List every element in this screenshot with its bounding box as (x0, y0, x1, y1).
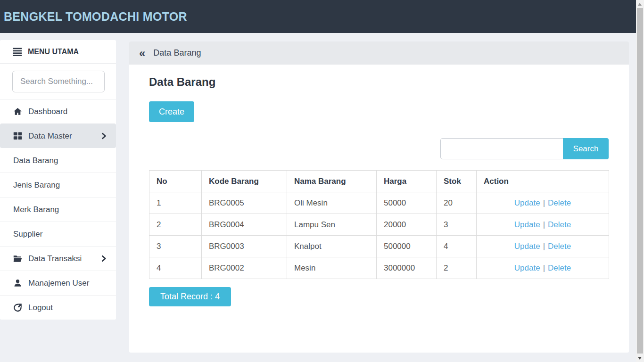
action-separator: | (543, 220, 545, 229)
update-link[interactable]: Update (514, 242, 540, 251)
sidebar-item-supplier[interactable]: Supplier (0, 222, 116, 246)
sidebar: MENU UTAMA Dashboard Data Master Data Ba… (0, 40, 116, 320)
sidebar-search-input[interactable] (12, 71, 105, 92)
column-header-kode: Kode Barang (202, 171, 287, 192)
sidebar-item-logout[interactable]: Logout (0, 295, 116, 320)
action-separator: | (543, 242, 545, 251)
action-separator: | (543, 198, 545, 207)
search-button[interactable]: Search (563, 138, 609, 159)
table-cell: 4 (149, 257, 202, 279)
table-cell: BRG0004 (202, 214, 287, 236)
table-cell: BRG0005 (202, 192, 287, 214)
table-cell: 2 (437, 257, 477, 279)
action-cell: Update|Delete (477, 214, 609, 236)
total-record-badge: Total Record : 4 (149, 287, 231, 306)
sidebar-item-jenis-barang[interactable]: Jenis Barang (0, 173, 116, 197)
table-row: 1BRG0005Oli Mesin5000020Update|Delete (149, 192, 609, 214)
update-link[interactable]: Update (514, 263, 540, 272)
table-cell: 50000 (377, 192, 437, 214)
breadcrumb-label: Data Barang (153, 48, 201, 58)
update-link[interactable]: Update (514, 198, 540, 207)
content-area: Data Barang Create Search No Kode Barang… (129, 65, 629, 353)
table-cell: BRG0003 (202, 236, 287, 257)
table-cell: 1 (149, 192, 202, 214)
action-cell: Update|Delete (477, 257, 609, 279)
user-icon (13, 279, 22, 288)
scrollbar-thumb[interactable] (637, 8, 643, 354)
table-cell: 2 (149, 214, 202, 236)
chevron-right-icon (100, 255, 107, 262)
chevron-right-icon (100, 132, 107, 140)
delete-link[interactable]: Delete (548, 263, 571, 272)
scrollbar-down-arrow[interactable] (638, 357, 642, 360)
browser-scrollbar[interactable] (636, 0, 644, 362)
action-cell: Update|Delete (477, 236, 609, 257)
table-header-row: No Kode Barang Nama Barang Harga Stok Ac… (149, 171, 609, 192)
table-search-input[interactable] (440, 138, 563, 159)
table-cell: Oli Mesin (287, 192, 377, 214)
table-cell: 4 (437, 236, 477, 257)
sidebar-item-data-barang[interactable]: Data Barang (0, 148, 116, 173)
sidebar-search-wrap (0, 64, 116, 99)
delete-link[interactable]: Delete (548, 220, 571, 229)
table-cell: 20000 (377, 214, 437, 236)
main-panel: « Data Barang Data Barang Create Search … (129, 41, 629, 353)
update-link[interactable]: Update (514, 220, 540, 229)
table-row: 3BRG0003Knalpot5000004Update|Delete (149, 236, 609, 257)
sidebar-nav: Dashboard Data Master Data Barang Jenis … (0, 99, 116, 320)
folder-icon (13, 254, 22, 263)
hamburger-icon[interactable] (13, 47, 22, 56)
table-cell: 3000000 (377, 257, 437, 279)
sidebar-item-data-transaksi[interactable]: Data Transaksi (0, 246, 116, 271)
logout-icon (13, 303, 22, 312)
sidebar-item-manajemen-user[interactable]: Manajemen User (0, 271, 116, 295)
column-header-no: No (149, 171, 202, 192)
delete-link[interactable]: Delete (548, 198, 571, 207)
sidebar-item-dashboard[interactable]: Dashboard (0, 99, 116, 123)
sidebar-item-data-master[interactable]: Data Master (0, 123, 116, 148)
table-body: 1BRG0005Oli Mesin5000020Update|Delete2BR… (149, 192, 609, 279)
table-row: 2BRG0004Lampu Sen200003Update|Delete (149, 214, 609, 236)
grid-icon (13, 132, 22, 140)
delete-link[interactable]: Delete (548, 242, 571, 251)
table-cell: 3 (437, 214, 477, 236)
sidebar-item-merk-barang[interactable]: Merk Barang (0, 197, 116, 222)
column-header-stok: Stok (437, 171, 477, 192)
data-barang-table: No Kode Barang Nama Barang Harga Stok Ac… (149, 170, 609, 279)
column-header-harga: Harga (377, 171, 437, 192)
sidebar-collapse-icon[interactable]: « (139, 48, 145, 59)
table-cell: Knalpot (287, 236, 377, 257)
scrollbar-up-arrow[interactable] (638, 3, 642, 6)
table-cell: 20 (437, 192, 477, 214)
top-navbar: BENGKEL TOMODACHI MOTOR (0, 0, 636, 33)
table-cell: Lampu Sen (287, 214, 377, 236)
breadcrumb: « Data Barang (129, 41, 629, 65)
table-cell: 500000 (377, 236, 437, 257)
table-search-group: Search (149, 138, 609, 159)
page-title: Data Barang (149, 75, 609, 89)
column-header-action: Action (477, 171, 609, 192)
app-title: BENGKEL TOMODACHI MOTOR (0, 0, 636, 33)
column-header-nama: Nama Barang (287, 171, 377, 192)
home-icon (13, 107, 22, 116)
table-cell: 3 (149, 236, 202, 257)
action-cell: Update|Delete (477, 192, 609, 214)
action-separator: | (543, 263, 545, 272)
table-cell: BRG0002 (202, 257, 287, 279)
sidebar-menu-header-label: MENU UTAMA (28, 48, 79, 56)
sidebar-menu-header: MENU UTAMA (0, 40, 116, 64)
create-button[interactable]: Create (149, 101, 194, 122)
table-row: 4BRG0002Mesin30000002Update|Delete (149, 257, 609, 279)
table-cell: Mesin (287, 257, 377, 279)
